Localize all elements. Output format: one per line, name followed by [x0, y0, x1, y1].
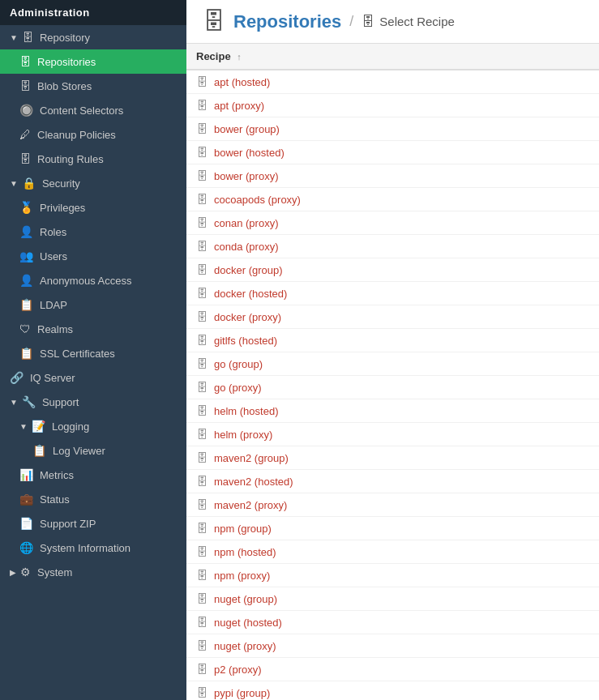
sidebar-item-label: IQ Server	[30, 372, 75, 384]
table-row[interactable]: 🗄 npm (proxy)	[186, 564, 599, 587]
recipe-link[interactable]: conan (proxy)	[214, 217, 278, 229]
table-row[interactable]: 🗄 bower (hosted)	[186, 141, 599, 164]
sidebar-item-label: Anonymous Access	[40, 275, 131, 287]
recipe-db-icon: 🗄	[196, 334, 208, 347]
recipe-link[interactable]: docker (proxy)	[214, 311, 281, 323]
recipe-link[interactable]: helm (proxy)	[214, 429, 272, 441]
sidebar-item-label: Roles	[40, 226, 66, 238]
sidebar-group-support[interactable]: ▼ 🔧 Support	[0, 390, 186, 414]
table-row[interactable]: 🗄 helm (proxy)	[186, 423, 599, 446]
table-row[interactable]: 🗄 docker (hosted)	[186, 282, 599, 305]
sidebar-group-logging[interactable]: ▼ 📝 Logging	[0, 414, 186, 438]
users-icon: 👥	[19, 250, 33, 262]
recipe-column-header[interactable]: Recipe ↑	[186, 44, 599, 70]
table-row[interactable]: 🗄 bower (proxy)	[186, 164, 599, 188]
recipe-link[interactable]: go (group)	[214, 358, 263, 370]
sidebar-item-label: Routing Rules	[37, 153, 104, 165]
table-row[interactable]: 🗄 npm (group)	[186, 517, 599, 540]
sidebar-item-label: Cleanup Policies	[37, 129, 116, 141]
table-row[interactable]: 🗄 p2 (proxy)	[186, 658, 599, 681]
recipe-link[interactable]: npm (proxy)	[214, 570, 270, 582]
repository-icon: 🗄	[22, 31, 33, 44]
recipe-link[interactable]: p2 (proxy)	[214, 664, 262, 676]
recipe-link[interactable]: apt (proxy)	[214, 100, 264, 112]
table-row[interactable]: 🗄 docker (group)	[186, 258, 599, 282]
sidebar-item-ssl-certificates[interactable]: 📋 SSL Certificates	[0, 341, 186, 365]
sidebar-item-cleanup-policies[interactable]: 🖊 Cleanup Policies	[0, 122, 186, 147]
table-header-row: Recipe ↑	[186, 44, 599, 70]
table-row[interactable]: 🗄 helm (hosted)	[186, 399, 599, 423]
recipe-table-container: Recipe ↑ 🗄 apt (hosted) 🗄 apt (proxy) �	[186, 44, 599, 700]
recipe-link[interactable]: gitlfs (hosted)	[214, 335, 277, 347]
sidebar-item-roles[interactable]: 👤 Roles	[0, 220, 186, 244]
recipe-link[interactable]: bower (hosted)	[214, 147, 285, 159]
sidebar-item-log-viewer[interactable]: 📋 Log Viewer	[0, 438, 186, 463]
sidebar-item-metrics[interactable]: 📊 Metrics	[0, 463, 186, 487]
recipe-link[interactable]: nuget (proxy)	[214, 640, 276, 652]
recipe-link[interactable]: maven2 (group)	[214, 452, 289, 464]
sidebar-header: Administration	[0, 0, 186, 25]
recipe-link[interactable]: cocoapods (proxy)	[214, 194, 301, 206]
recipe-link[interactable]: helm (hosted)	[214, 405, 278, 417]
table-row[interactable]: 🗄 pypi (group)	[186, 681, 599, 701]
table-row[interactable]: 🗄 conda (proxy)	[186, 235, 599, 258]
sidebar-group-security[interactable]: ▼ 🔒 Security	[0, 171, 186, 195]
sidebar-item-label: System	[37, 566, 72, 578]
recipe-link[interactable]: maven2 (proxy)	[214, 499, 287, 511]
table-row[interactable]: 🗄 nuget (proxy)	[186, 634, 599, 658]
table-row[interactable]: 🗄 go (proxy)	[186, 376, 599, 399]
table-row[interactable]: 🗄 apt (proxy)	[186, 94, 599, 117]
recipe-db-icon: 🗄	[196, 169, 208, 182]
sidebar-item-repositories[interactable]: 🗄 Repositories	[0, 49, 186, 74]
table-row[interactable]: 🗄 maven2 (proxy)	[186, 493, 599, 517]
recipe-link[interactable]: bower (group)	[214, 123, 280, 135]
table-row[interactable]: 🗄 docker (proxy)	[186, 305, 599, 329]
recipe-link[interactable]: pypi (group)	[214, 687, 270, 699]
sidebar-item-users[interactable]: 👥 Users	[0, 244, 186, 268]
recipe-link[interactable]: npm (group)	[214, 523, 272, 535]
table-row[interactable]: 🗄 nuget (hosted)	[186, 611, 599, 634]
sidebar-item-realms[interactable]: 🛡 Realms	[0, 317, 186, 341]
recipe-link[interactable]: maven2 (hosted)	[214, 476, 293, 488]
sidebar-item-ldap[interactable]: 📋 LDAP	[0, 292, 186, 317]
sidebar-item-privileges[interactable]: 🏅 Privileges	[0, 195, 186, 220]
sidebar-item-blob-stores[interactable]: 🗄 Blob Stores	[0, 74, 186, 98]
sidebar-group-repository[interactable]: ▼ 🗄 Repository	[0, 25, 186, 49]
sidebar-item-status[interactable]: 💼 Status	[0, 487, 186, 511]
recipe-link[interactable]: conda (proxy)	[214, 241, 278, 253]
table-row[interactable]: 🗄 bower (group)	[186, 117, 599, 141]
sidebar-item-system-information[interactable]: 🌐 System Information	[0, 536, 186, 560]
sidebar-item-support-zip[interactable]: 📄 Support ZIP	[0, 511, 186, 536]
recipe-link[interactable]: npm (hosted)	[214, 546, 276, 558]
table-row[interactable]: 🗄 go (group)	[186, 352, 599, 376]
table-row[interactable]: 🗄 conan (proxy)	[186, 211, 599, 235]
chevron-down-icon: ▼	[10, 179, 18, 188]
recipe-db-icon: 🗄	[196, 381, 208, 394]
table-row[interactable]: 🗄 cocoapods (proxy)	[186, 188, 599, 211]
table-row[interactable]: 🗄 maven2 (hosted)	[186, 470, 599, 493]
sidebar-group-system[interactable]: ▶ ⚙ System	[0, 560, 186, 584]
table-row[interactable]: 🗄 maven2 (group)	[186, 446, 599, 470]
recipe-link[interactable]: bower (proxy)	[214, 170, 278, 182]
logging-icon: 📝	[32, 420, 45, 433]
sidebar-item-anonymous-access[interactable]: 👤 Anonymous Access	[0, 268, 186, 292]
sidebar-item-iq-server[interactable]: 🔗 IQ Server	[0, 365, 186, 390]
recipe-link[interactable]: docker (hosted)	[214, 288, 287, 300]
table-row[interactable]: 🗄 npm (hosted)	[186, 540, 599, 564]
table-row[interactable]: 🗄 gitlfs (hosted)	[186, 329, 599, 352]
recipe-db-icon: 🗄	[196, 475, 208, 488]
recipe-link[interactable]: nuget (group)	[214, 593, 277, 605]
recipe-link[interactable]: docker (group)	[214, 264, 283, 276]
recipe-db-icon: 🗄	[196, 240, 208, 253]
table-row[interactable]: 🗄 nuget (group)	[186, 587, 599, 611]
database-icon: 🗄	[19, 79, 31, 92]
sidebar-item-content-selectors[interactable]: 🔘 Content Selectors	[0, 98, 186, 122]
sidebar: Administration ▼ 🗄 Repository 🗄 Reposito…	[0, 0, 186, 700]
recipe-db-icon: 🗄	[196, 287, 208, 300]
table-row[interactable]: 🗄 apt (hosted)	[186, 70, 599, 94]
recipe-link[interactable]: nuget (hosted)	[214, 617, 282, 629]
sidebar-item-routing-rules[interactable]: 🗄 Routing Rules	[0, 147, 186, 171]
recipe-link[interactable]: go (proxy)	[214, 382, 262, 394]
recipe-link[interactable]: apt (hosted)	[214, 76, 270, 88]
realms-icon: 🛡	[19, 322, 31, 335]
